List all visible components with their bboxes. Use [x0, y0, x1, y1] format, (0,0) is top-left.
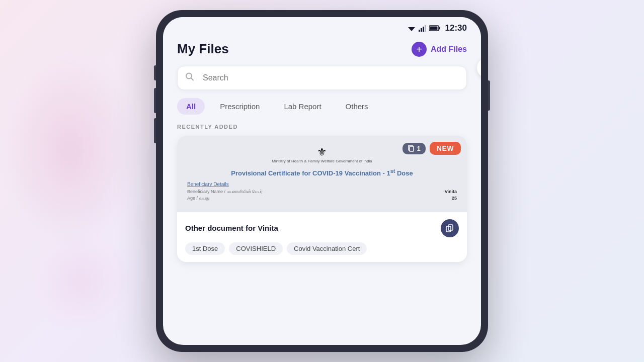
svg-line-10	[191, 78, 194, 80]
svg-rect-8	[430, 27, 437, 30]
pages-badge: 1	[403, 143, 426, 154]
svg-rect-15	[410, 146, 414, 151]
status-time: 12:30	[445, 23, 467, 33]
copy-button[interactable]	[441, 219, 459, 237]
doc-preview: 1 NEW ⚜ Ministry of Health & Family Welf…	[177, 136, 467, 212]
new-badge: NEW	[430, 142, 461, 155]
document-card[interactable]: 1 NEW ⚜ Ministry of Health & Family Welf…	[177, 136, 467, 262]
bg-decoration-bottom	[30, 231, 131, 332]
recently-added-label: RECENTLY ADDED	[177, 124, 467, 130]
doc-info-header: Other document for Vinita	[185, 219, 459, 237]
signal-icon	[419, 25, 427, 32]
tag-covid-cert: Covid Vaccination Cert	[287, 242, 367, 255]
ministry-emblem: ⚜	[317, 146, 327, 159]
filter-tab-lab-report[interactable]: Lab Report	[275, 98, 330, 115]
search-input[interactable]	[177, 66, 467, 90]
svg-rect-7	[439, 27, 440, 30]
filter-tabs: All Prescription Lab Report Others	[177, 98, 467, 115]
ministry-name: Ministry of Health & Family Welfare Gove…	[272, 159, 372, 164]
age-value: 25	[452, 196, 457, 201]
beneficiary-name-row: Beneficiary Name / பயனாளியின் பெயர் Vini…	[187, 189, 457, 195]
wifi-icon	[407, 25, 416, 32]
pages-icon	[408, 145, 415, 152]
filter-tab-others[interactable]: Others	[337, 98, 377, 115]
volume-up-button	[154, 88, 156, 113]
filter-tab-all[interactable]: All	[177, 98, 205, 115]
page-title: My Files	[177, 41, 229, 57]
beneficiary-link: Beneficiary Details	[187, 182, 457, 187]
cert-details: Beneficiary Details Beneficiary Name / ப…	[187, 182, 457, 201]
age-row: Age / வயது 25	[187, 196, 457, 201]
add-files-label: Add Files	[431, 45, 467, 54]
search-container	[177, 66, 467, 90]
sort-filter-button[interactable]	[477, 58, 481, 78]
tag-1st-dose: 1st Dose	[185, 242, 225, 255]
mute-button	[154, 65, 156, 80]
beneficiary-name-value: Vinita	[445, 189, 457, 195]
phone-screen: 12:30 My Files + Add Files	[163, 17, 481, 345]
bg-decoration-left	[0, 50, 141, 251]
status-icons	[407, 25, 440, 32]
copy-icon	[446, 224, 454, 232]
pages-count: 1	[417, 145, 421, 152]
add-icon: +	[412, 42, 427, 57]
svg-rect-4	[423, 27, 424, 32]
page-header: My Files + Add Files	[177, 41, 467, 57]
tag-covishield: COVISHIELD	[229, 242, 283, 255]
add-files-button[interactable]: + Add Files	[412, 42, 467, 57]
battery-icon	[429, 25, 440, 31]
main-content: My Files + Add Files	[163, 37, 481, 345]
svg-rect-5	[425, 25, 426, 32]
status-bar: 12:30	[163, 17, 481, 37]
search-icon	[185, 72, 194, 84]
doc-title: Other document for Vinita	[185, 224, 278, 232]
volume-down-button	[154, 118, 156, 143]
svg-rect-3	[421, 28, 422, 32]
phone-frame: 12:30 My Files + Add Files	[156, 10, 488, 352]
svg-rect-2	[419, 30, 420, 32]
power-button	[488, 80, 490, 111]
beneficiary-name-label: Beneficiary Name / பயனாளியின் பெயர்	[187, 189, 263, 195]
doc-info: Other document for Vinita 1st Dose COVIS…	[177, 212, 467, 262]
filter-tab-prescription[interactable]: Prescription	[211, 98, 269, 115]
cert-title: Provisional Certificate for COVID-19 Vac…	[187, 168, 457, 177]
doc-badges: 1 NEW	[403, 142, 461, 155]
doc-tags: 1st Dose COVISHIELD Covid Vaccination Ce…	[185, 242, 459, 255]
age-label: Age / வயது	[187, 196, 210, 201]
